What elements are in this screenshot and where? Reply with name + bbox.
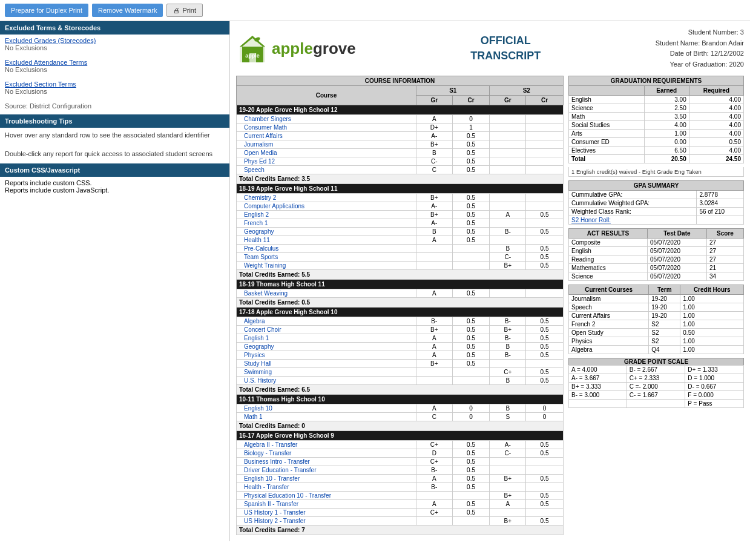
s2-grade [490, 509, 526, 517]
grade-col3: D- = 0.667 [685, 383, 744, 391]
excluded-section-value: No Exclusions [5, 88, 225, 95]
s1-grade: B [416, 228, 453, 236]
current-courses-term-header: Term [649, 285, 680, 295]
s1-grade [416, 253, 453, 262]
s1-grade: B- [416, 483, 453, 492]
course-name: French 1 [237, 219, 416, 228]
table-row: Chamber Singers A 0 [237, 115, 564, 124]
remove-watermark-button[interactable]: Remove Watermark [92, 4, 163, 17]
grad-required: 4.00 [689, 104, 743, 113]
s2-credit: 0.5 [526, 500, 564, 509]
course-column: COURSE INFORMATION Course S1 S2 Gr Cr Gr… [236, 76, 564, 535]
sidebar-js-label: Reports include custom JavaScript. [5, 186, 225, 194]
act-date-header: Test Date [647, 229, 706, 239]
act-row: Science 05/07/2020 34 [569, 272, 744, 281]
grad-required-header: Required [689, 86, 743, 96]
table-row: Weight Training B+ 0.5 [237, 262, 564, 270]
s2-grade: B+ [490, 492, 526, 500]
grade-col3: F = 0.000 [685, 391, 744, 400]
s1-credit: 0.5 [452, 475, 490, 483]
table-row: US History 2 - Transfer B+ 0.5 [237, 517, 564, 525]
current-course-term: S2 [649, 329, 680, 337]
s2-credit: 0.5 [526, 262, 564, 270]
grade-col1: B- = 3.000 [569, 391, 627, 400]
grad-earned: 0.00 [644, 138, 689, 147]
s1-grade [416, 262, 453, 270]
grade-scale-title: GRADE POINT SCALE [569, 358, 744, 366]
act-subject: Reading [569, 255, 648, 264]
table-row: Open Media B 0.5 [237, 149, 564, 157]
grade-col1: B+ = 3.333 [569, 383, 627, 391]
table-row: Physics A 0.5 B- 0.5 [237, 351, 564, 360]
student-number-value: 3 [740, 28, 744, 36]
year-header-row: 16-17 Apple Grove High School 9 [237, 431, 564, 441]
s2-grade [490, 124, 526, 132]
s1-grade: C- [416, 157, 453, 166]
total-row: Total Credits Earned: 6.5 [237, 385, 564, 395]
s2-credit: 0 [526, 413, 564, 421]
total-row: Total Credits Earned: 3.5 [237, 174, 564, 184]
s1-credit: 0.5 [452, 289, 490, 298]
grade-scale-row: A- = 3.667 C+ = 2.333 D = 1.000 [569, 374, 744, 383]
excluded-attendance-link[interactable]: Excluded Attendance Terms [5, 59, 87, 66]
course-name: Business Intro - Transfer [237, 458, 416, 466]
s1-grade: C+ [416, 458, 453, 466]
act-score: 34 [706, 272, 743, 281]
course-name: Swimming [237, 368, 416, 377]
course-name: U.S. History [237, 377, 416, 385]
grad-subject: English [569, 96, 645, 104]
course-name: Health 11 [237, 236, 416, 245]
s1-grade: C+ [416, 509, 453, 517]
year-header-row: 10-11 Thomas High School 10 [237, 395, 564, 404]
year-header-row: 18-19 Apple Grove High School 11 [237, 184, 564, 194]
s2-grade [490, 149, 526, 157]
s1-credit: 0.5 [452, 317, 490, 326]
grad-earned: 4.00 [644, 121, 689, 130]
s1-credit: 0.5 [452, 360, 490, 368]
s2-grade [490, 202, 526, 211]
sidebar: Excluded Terms & Storecodes Excluded Gra… [0, 21, 230, 541]
course-name: Physical Education 10 - Transfer [237, 492, 416, 500]
total-credits: Total Credits Earned: 6.5 [237, 385, 564, 395]
current-courses-table: Current Courses Term Credit Hours Journa… [568, 285, 744, 354]
current-course-credit: 0.50 [680, 329, 744, 337]
main-layout: Excluded Terms & Storecodes Excluded Gra… [0, 21, 750, 541]
content-area: apple applegrove OFFICIAL TRANSCRIPT Stu… [230, 21, 750, 541]
s1-grade: B+ [416, 360, 453, 368]
current-course-name: Current Affairs [569, 312, 649, 320]
s1-grade: A [416, 475, 453, 483]
s1-grade: B+ [416, 194, 453, 202]
grad-subject: Science [569, 104, 645, 113]
table-row: Biology - Transfer D 0.5 C- 0.5 [237, 449, 564, 458]
gpa-cum-value: 2.8778 [697, 191, 744, 199]
excluded-grades-value: No Exclusions [5, 44, 225, 51]
honor-roll-link[interactable]: S2 Honor Roll: [571, 217, 611, 223]
grad-row: Science 2.50 4.00 [569, 104, 744, 113]
print-icon: 🖨 [173, 7, 180, 14]
table-row: Study Hall B+ 0.5 [237, 360, 564, 368]
table-row: Business Intro - Transfer C+ 0.5 [237, 458, 564, 466]
course-name: English 10 - Transfer [237, 475, 416, 483]
s1-grade: B+ [416, 326, 453, 334]
course-name: Algebra [237, 317, 416, 326]
print-button[interactable]: 🖨 Print [166, 4, 203, 17]
s2-header: S2 [490, 86, 564, 96]
excluded-grades-link[interactable]: Excluded Grades (Storecodes) [5, 37, 96, 44]
course-name: Speech [237, 166, 416, 174]
s1-credit: 0.5 [452, 441, 490, 449]
excluded-section-link[interactable]: Excluded Section Terms [5, 81, 76, 88]
s2-cr-header: Cr [526, 96, 564, 105]
s1-grade: A [416, 115, 453, 124]
print-label: Print [182, 7, 196, 14]
grad-earned: 1.00 [644, 130, 689, 138]
s2-grade [490, 236, 526, 245]
act-table: ACT RESULTS Test Date Score Composite 05… [568, 228, 744, 281]
s1-grade: A- [416, 219, 453, 228]
total-credits: Total Credits Earned: 3.5 [237, 174, 564, 184]
sidebar-excluded-header: Excluded Terms & Storecodes [0, 21, 229, 35]
duplex-print-button[interactable]: Prepare for Duplex Print [5, 4, 88, 17]
s2-credit: 0.5 [526, 351, 564, 360]
s1-grade: A [416, 343, 453, 351]
s1-grade: A [416, 334, 453, 343]
s1-credit [452, 253, 490, 262]
